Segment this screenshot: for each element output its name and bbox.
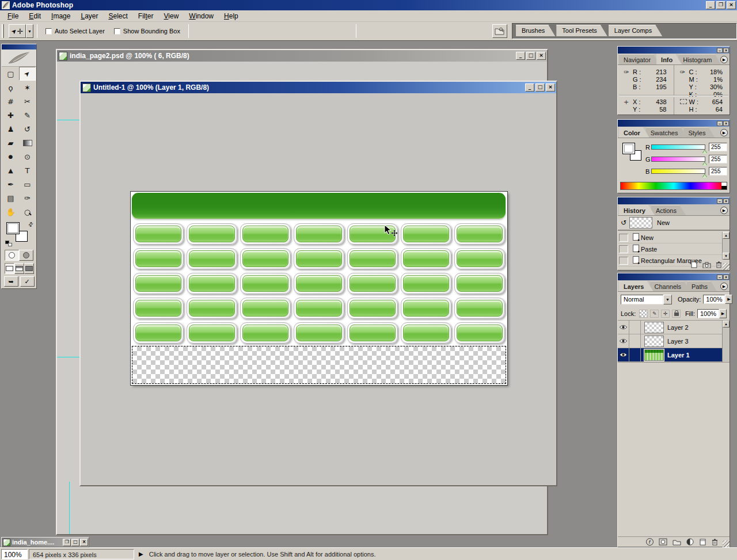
history-snapshot-row[interactable]: ↺ New <box>618 216 730 231</box>
close-button[interactable]: × <box>80 539 88 546</box>
slider-thumb-icon[interactable] <box>702 150 707 154</box>
channel-value-field[interactable]: 255 <box>709 143 727 151</box>
auto-select-layer-checkbox[interactable]: Auto Select Layer <box>45 28 105 35</box>
palette-resize-grip[interactable] <box>723 540 730 547</box>
new-layer-set-folder-button[interactable] <box>673 539 681 546</box>
spinner-arrow-icon[interactable]: ▶ <box>725 295 732 304</box>
document-window-untitled-1[interactable]: Untitled-1 @ 100% (Layer 1, RGB/8) _ □ × <box>79 81 557 486</box>
maximize-button[interactable]: □ <box>526 52 535 60</box>
color-slider-track[interactable] <box>651 144 705 150</box>
slider-thumb-icon[interactable] <box>702 162 707 166</box>
add-layer-mask-button[interactable] <box>659 538 667 546</box>
tool-blur[interactable]: ● <box>2 150 19 163</box>
edit-in-imageready-button[interactable]: ➥ <box>4 276 18 287</box>
options-bar-grip[interactable] <box>2 24 4 38</box>
well-tab-tool-presets[interactable]: Tool Presets <box>556 25 607 36</box>
show-bounding-box-checkbox[interactable]: Show Bounding Box <box>114 28 180 35</box>
icon-align-horizontal-centers[interactable] <box>244 26 255 36</box>
document-canvas-area[interactable] <box>81 93 556 485</box>
fullscreen-with-menu-button[interactable] <box>14 263 24 274</box>
tab-info[interactable]: Info <box>656 54 682 64</box>
color-slider-track[interactable] <box>651 169 705 174</box>
spinner-arrow-icon[interactable]: ▶ <box>719 309 727 318</box>
color-spectrum-ramp[interactable] <box>620 182 727 190</box>
tool-magic-wand[interactable]: ✶ <box>19 81 36 94</box>
scroll-up-icon[interactable]: ▲ <box>723 321 730 327</box>
menu-select[interactable]: Select <box>103 11 132 21</box>
minimize-button[interactable]: _ <box>516 52 525 60</box>
close-button[interactable]: × <box>727 1 736 9</box>
history-step-paste[interactable]: Paste <box>618 243 722 255</box>
minimized-document-india-home[interactable]: india_home.... ❐ □ × <box>1 537 89 547</box>
palette-titlebar[interactable]: – × <box>618 47 730 54</box>
swap-colors-icon[interactable]: ⇄ <box>26 220 35 228</box>
history-source-checkbox[interactable] <box>619 257 628 265</box>
tool-type[interactable]: T <box>19 163 36 177</box>
tool-gradient[interactable] <box>19 136 36 150</box>
palette-menu-button[interactable]: ▶ <box>720 207 728 214</box>
well-tab-layer-comps[interactable]: Layer Comps <box>609 25 662 36</box>
new-snapshot-camera-button[interactable] <box>702 262 711 268</box>
snapshot-thumbnail[interactable] <box>629 217 652 228</box>
menu-file[interactable]: File <box>2 11 24 21</box>
tool-preset-dropdown-icon[interactable]: ▼ <box>26 24 33 38</box>
tool-lasso[interactable]: ϙ <box>2 81 19 94</box>
layer-name[interactable]: Layer 3 <box>667 338 689 345</box>
tab-styles[interactable]: Styles <box>683 127 715 138</box>
zoom-level-field[interactable]: 100% <box>1 549 28 559</box>
layer-link-cell[interactable] <box>629 334 641 348</box>
icon-align-bottom-edges[interactable] <box>218 26 230 36</box>
app-titlebar[interactable]: Adobe Photoshop _ ❐ × <box>0 0 737 10</box>
tool-rectangular-marquee[interactable]: ▢ <box>2 67 19 81</box>
palette-menu-button[interactable]: ▶ <box>720 283 728 290</box>
palette-close-button[interactable]: × <box>723 199 729 204</box>
tool-healing-brush[interactable]: ✚ <box>2 108 19 122</box>
tool-path-selection[interactable]: ▲ <box>2 163 19 177</box>
black-white-ramp[interactable] <box>721 182 727 189</box>
layer-name[interactable]: Layer 2 <box>667 324 689 331</box>
foreground-color-swatch[interactable] <box>6 222 20 234</box>
layer-thumbnail[interactable] <box>644 336 664 347</box>
restore-button[interactable]: ❐ <box>716 1 725 9</box>
checkbox-box[interactable] <box>45 28 52 35</box>
tool-shape[interactable]: ▭ <box>19 177 36 191</box>
tab-history[interactable]: History <box>619 205 655 215</box>
tool-zoom[interactable]: ○ <box>19 205 36 219</box>
layer-visibility-eye-icon[interactable] <box>618 321 629 334</box>
tool-move[interactable]: ➤ <box>19 67 36 81</box>
tool-crop[interactable]: # <box>2 94 19 108</box>
palette-menu-button[interactable]: ▶ <box>720 56 728 63</box>
document-titlebar[interactable]: Untitled-1 @ 100% (Layer 1, RGB/8) _ □ × <box>81 82 556 93</box>
layer-name[interactable]: Layer 1 <box>667 352 690 359</box>
layer-thumbnail[interactable] <box>644 349 664 361</box>
maximize-button[interactable]: □ <box>535 83 545 92</box>
delete-trash-button[interactable] <box>716 261 722 268</box>
menu-filter[interactable]: Filter <box>133 11 159 21</box>
canvas[interactable] <box>131 192 507 385</box>
imageready-logo-icon[interactable]: ✓ <box>20 276 35 287</box>
palette-menu-button[interactable]: ▶ <box>720 129 728 136</box>
layer-row-layer-3[interactable]: Layer 3 <box>618 334 730 348</box>
dropdown-arrow-icon[interactable]: ▼ <box>663 295 672 304</box>
history-scrollbar[interactable]: ▲ ▼ <box>722 232 730 260</box>
palette-resize-grip[interactable] <box>723 263 730 270</box>
delete-layer-trash-button[interactable] <box>712 539 718 546</box>
tab-layers[interactable]: Layers <box>619 281 653 291</box>
palette-minimize-button[interactable]: – <box>717 275 723 280</box>
checkbox-box[interactable] <box>114 28 120 35</box>
close-button[interactable]: × <box>546 83 555 92</box>
new-layer-button[interactable] <box>699 539 706 546</box>
palette-minimize-button[interactable]: – <box>717 121 723 126</box>
tool-eraser[interactable]: ▰ <box>2 136 19 150</box>
channel-value-field[interactable]: 255 <box>709 155 727 163</box>
palette-titlebar[interactable]: – × <box>618 120 730 127</box>
tool-brush[interactable]: ✎ <box>19 108 36 122</box>
tool-pen[interactable]: ✒ <box>2 177 19 191</box>
icon-align-vertical-centers[interactable] <box>206 26 217 36</box>
toolbox-titlebar[interactable] <box>2 44 36 49</box>
icon-align-right-edges[interactable] <box>256 26 268 36</box>
tool-history-brush[interactable]: ↺ <box>19 122 36 136</box>
palette-close-button[interactable]: × <box>723 48 729 53</box>
menu-image[interactable]: Image <box>46 11 75 21</box>
lock-position-button[interactable]: ✛ <box>661 310 670 318</box>
